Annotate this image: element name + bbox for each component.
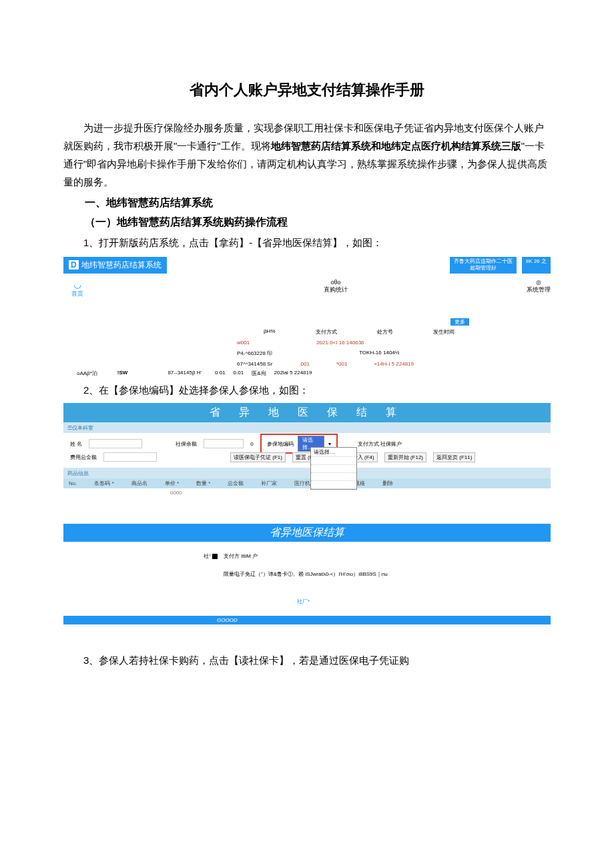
table-row: 67^^341458 Sr .001 *001 «14H-I 5 224819 [237, 361, 551, 367]
table-footer-row: oAAβ*泊 !SW 87--34145β H' 0 01 0.01 医&宛 2… [63, 370, 551, 377]
shop-info-line2: 超期管理好 [454, 265, 513, 272]
cell: 2021.0<I 16 140636 [316, 340, 364, 346]
footer-bar: GOOOD [63, 616, 551, 624]
balance-input[interactable] [204, 439, 244, 448]
stats-label: 直购统计 [324, 286, 348, 294]
shop-info-line1: 齐鲁大药店连期作二十医 [454, 258, 513, 265]
table-row: w001 2021.0<I 16 140636 [237, 340, 551, 346]
col-time: 发生时间 [433, 328, 454, 336]
sysmgmt-nav[interactable]: ◎ 系统管理 [527, 279, 551, 298]
insloc-label: 参保地编码 [267, 440, 294, 448]
col-bh: βH% [264, 328, 276, 336]
cell: .001 [299, 361, 310, 367]
col-amt: 总金额 [228, 480, 244, 487]
hall-text: 社厂* [297, 598, 551, 605]
name-input[interactable] [89, 439, 142, 448]
section-bar-drugs: 药品信息 [63, 468, 551, 478]
sysmgmt-label: 系统管理 [527, 286, 551, 294]
doc-title: 省内个人账户异地支付结算操作手册 [63, 80, 551, 100]
insloc-option[interactable] [311, 465, 356, 473]
cell: oAAβ*泊 [77, 370, 97, 377]
bar-label: 仅本科室 [72, 424, 93, 432]
intro-text-bold: 地纬智慧药店结算系统和地纬定点医疗机构结算系统三版 [271, 140, 521, 151]
insloc-options-popup[interactable]: 请选择… [310, 447, 357, 490]
insloc-option[interactable] [311, 481, 356, 489]
balance-label: 社保余额 [176, 440, 197, 448]
records-header: βH% 支付方式 处方号 发生时间 [264, 328, 551, 336]
section-1-heading: 一、地纬智慧药店结算系统 [63, 196, 551, 210]
home-nav[interactable]: ◡ 首页 [71, 279, 83, 298]
insloc-option[interactable]: 请选择… [311, 448, 356, 457]
pay-text: 支付方 ItliM 户 [224, 553, 258, 559]
gear-icon: ◎ [527, 279, 551, 286]
col-rx: 处方号 [377, 328, 393, 336]
cell: 0 01 [215, 370, 226, 377]
cell: TOKH-16 1404½ [359, 350, 399, 357]
shop-info-box: 齐鲁大药店连期作二十医 超期管理好 [450, 257, 517, 274]
home-label: 首页 [71, 290, 83, 297]
app-logo-d: D [69, 260, 79, 270]
stats-nav[interactable]: oθo 直购统计 [324, 279, 348, 298]
total-input[interactable] [103, 452, 157, 462]
form-row-2: 费用总金额 读医保电子凭证 (F1) 重置 (F3) 无病例登录入 (F4) 重… [70, 450, 544, 464]
cell: 0.01 [234, 370, 244, 377]
balance-value: 0 [250, 441, 253, 447]
square-icon [212, 554, 218, 559]
cell: w001 [237, 340, 250, 346]
step-1: 1、打开新版药店系统，点击【拿药】-【省异地医保结算】，如图： [63, 234, 551, 252]
step-3: 3、参保人若持社保卡购药，点击【读社保卡】，若是通过医保电子凭证购 [63, 651, 551, 669]
bar-icon: ☰ [67, 425, 72, 431]
cell: !SW [117, 370, 128, 377]
sample-row: 0000 [63, 488, 551, 497]
drug-table-header: No. 条形码 * 商品名 单价 * 数量 * 总金额 补厂家 医疗机构项目名称… [63, 478, 551, 488]
more-button[interactable]: 更多 [450, 318, 469, 326]
pay-label: 支付方式 社保账户 [358, 440, 402, 448]
bar-label-2: 药品信息 [67, 470, 89, 477]
app-banner: D地纬智慧药店结算系统 [63, 257, 167, 274]
intro-paragraph: 为进一步提升医疗保险经办服务质量，实现参保职工用社保卡和医保电子凭证省内异地支付… [63, 119, 551, 191]
section-bar-basic: ☰ 仅本科室 [63, 422, 551, 433]
read-elec-button[interactable]: 读医保电子凭证 (F1) [230, 452, 286, 462]
col-code: 条形码 * [94, 480, 113, 487]
col-qty: 数量 * [196, 480, 210, 487]
insloc-option[interactable] [311, 473, 356, 481]
total-label: 费用总金额 [70, 454, 97, 461]
back-button[interactable]: 返回至页 (F11) [433, 452, 475, 462]
table-row: P4-^663228 印 TOKH-16 1404½ [237, 350, 551, 357]
restart-button[interactable]: 重新开始 (F12) [384, 452, 426, 462]
screenshot-3: 省异地医保结算 社" 支付方 ItliM 户 限量电子免辽（"）谭&鲁卡①。赖 … [63, 524, 551, 624]
col-no: No. [69, 480, 77, 486]
insloc-option[interactable] [311, 457, 356, 465]
hint-line: 限量电子免辽（"）谭&鲁卡①。赖 iSJwratλ0-<）l'H'σιο）i8B… [224, 570, 551, 578]
home-icon: ◡ [71, 279, 83, 290]
cell: P4-^663228 印 [237, 350, 272, 357]
version-box: IIK 26 之 [522, 257, 551, 274]
cell: 医&宛 [252, 370, 266, 377]
more-button-wrap: 更多 [450, 318, 551, 326]
cell: 87--34145β H' [168, 370, 202, 377]
dialog-title-3: 省异地医保结算 [63, 524, 551, 542]
col-price: 单价 * [165, 480, 179, 487]
cell: «14H-I 5 224819 [374, 361, 414, 367]
col-pay: 支付方式 [316, 328, 337, 336]
screenshot-1: D地纬智慧药店结算系统 齐鲁大药店连期作二十医 超期管理好 IIK 26 之 ◡… [63, 257, 551, 377]
records-table: βH% 支付方式 处方号 发生时间 w001 2021.0<I 16 14063… [63, 328, 551, 367]
form-row-1: 姓 名 社保余额 0 参保地编码 请选择… ▾ 支付方式 社保账户 [70, 437, 544, 450]
col-mfr: 补厂家 [261, 480, 277, 487]
sb-text: 社" [204, 553, 211, 559]
subsection-1-heading: （一）地纬智慧药店结算系统购药操作流程 [63, 215, 551, 230]
cell: *001 [336, 361, 347, 367]
cell: 67^^341458 Sr [237, 361, 272, 367]
col-name: 商品名 [131, 480, 147, 487]
step-2: 2、在【参保地编码】处选择参保人参保地，如图： [63, 381, 551, 399]
cell: 202lal 5 224819 [274, 370, 312, 377]
pay-line: 社" 支付方 ItliM 户 [204, 552, 551, 560]
name-label: 姓 名 [70, 440, 82, 448]
stats-icon: oθo [324, 279, 348, 286]
app-banner-text: 地纬智慧药店结算系统 [81, 260, 162, 270]
dialog-title: 省 异 地 医 保 结 算 [63, 403, 551, 422]
col-del: 删除 [382, 480, 393, 487]
screenshot-2: 省 异 地 医 保 结 算 ☰ 仅本科室 姓 名 社保余额 0 参保地编码 请选… [63, 403, 551, 497]
chevron-down-icon[interactable]: ▾ [328, 441, 331, 447]
